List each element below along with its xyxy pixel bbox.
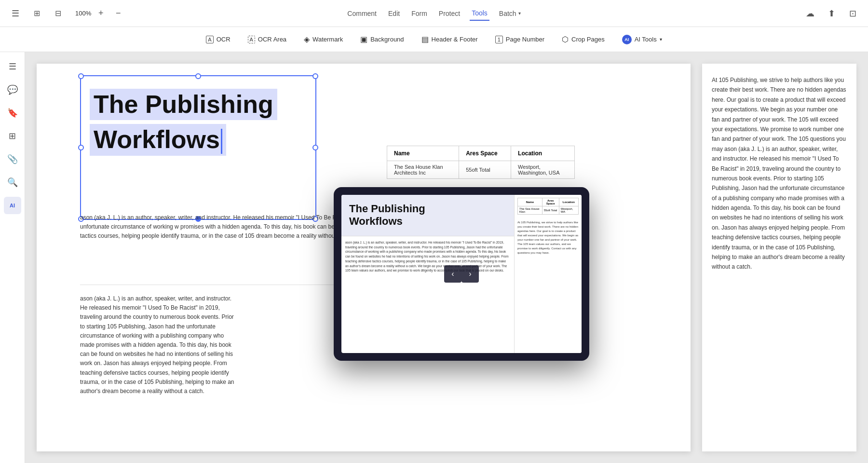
title-content: The Publishing Workflows — [90, 89, 307, 156]
toolbar-left-controls: ☰ ⊞ ⊟ 100% + − — [0, 6, 126, 21]
header-footer-label: Header & Footer — [432, 36, 478, 43]
zoom-out-button[interactable]: − — [110, 6, 126, 21]
title-line1: The Publishing — [90, 89, 277, 120]
ai-tools-icon: AI — [622, 35, 632, 44]
preview-right-text: At 105 Publishing, we strive to help aut… — [515, 218, 582, 258]
share-icon[interactable]: ⬆ — [824, 6, 839, 21]
panel-toggle-icon[interactable]: ☰ — [8, 6, 23, 21]
handle-top-center[interactable] — [195, 73, 201, 79]
table-cell-location: Westport,Washington, USA — [511, 161, 575, 179]
document-table: Name Ares Space Location The Sea House K… — [387, 146, 575, 179]
page-number-label: Page Number — [506, 36, 544, 43]
watermark-label: Watermark — [312, 36, 343, 43]
preview-table-header-loc: Location — [559, 198, 578, 206]
split-view-icon[interactable]: ⊟ — [50, 6, 66, 21]
table-header-ares: Ares Space — [459, 146, 511, 161]
ai-tools-label: AI Tools — [635, 36, 657, 43]
title-line2: Workflows — [90, 124, 226, 156]
handle-top-left[interactable] — [78, 73, 84, 79]
tools-toolbar: A OCR A OCR Area ◈ Watermark ▣ Backgroun… — [0, 27, 868, 52]
table-row: The Sea House KlanArchitects Inc 55oft T… — [387, 161, 575, 179]
table-header-location: Location — [511, 146, 575, 161]
ocr-area-label: OCR Area — [258, 36, 286, 43]
table-cell-ares: 55oft Total — [459, 161, 511, 179]
preview-cell-name: The Sea House Klan — [518, 206, 542, 215]
background-label: Background — [370, 36, 404, 43]
preview-next-button[interactable]: › — [461, 265, 479, 283]
preview-cell-ares: 55oft Total — [542, 206, 559, 215]
sidebar-bookmark-icon[interactable]: 🔖 — [4, 104, 21, 122]
handle-top-right[interactable] — [312, 73, 318, 79]
preview-table: Name Ares Space Location The Sea House K… — [515, 195, 582, 218]
nav-form[interactable]: Form — [409, 7, 429, 20]
grid-view-icon[interactable]: ⊞ — [29, 6, 44, 21]
preview-table-header-ares: Ares Space — [542, 198, 559, 206]
content-area: The Publishing Workflows Name Ares Space — [25, 52, 868, 463]
expand-icon[interactable]: ⊡ — [845, 6, 860, 21]
crop-pages-label: Crop Pages — [571, 36, 605, 43]
nav-tools[interactable]: Tools — [470, 6, 489, 21]
crop-pages-icon: ⬡ — [562, 35, 569, 44]
nav-protect[interactable]: Protect — [437, 7, 462, 20]
ocr-tool[interactable]: A OCR — [199, 33, 237, 46]
ocr-area-tool[interactable]: A OCR Area — [241, 33, 294, 46]
background-icon: ▣ — [360, 35, 367, 44]
sidebar-search-icon[interactable]: 🔍 — [4, 174, 21, 191]
page-number-tool[interactable]: 1 Page Number — [488, 33, 551, 46]
text-cursor — [221, 129, 222, 154]
sidebar-comment-icon[interactable]: 💬 — [4, 81, 21, 98]
ai-tools-tool[interactable]: AI AI Tools ▾ — [615, 32, 669, 47]
nav-comment[interactable]: Comment — [345, 7, 379, 20]
preview-body-section: ason (aka J. L.) is an author, speaker, … — [341, 236, 514, 277]
ocr-area-icon: A — [248, 36, 255, 43]
title-selection-box[interactable]: The Publishing Workflows — [80, 75, 316, 220]
zoom-controls: 100% + − — [71, 6, 126, 21]
document-body-text2: ason (aka J. L.) is an author, speaker, … — [80, 294, 239, 396]
main-layout: ☰ 💬 🔖 ⊞ 📎 🔍 AI — [0, 52, 868, 463]
sidebar-layers-icon[interactable]: ⊞ — [4, 127, 21, 145]
watermark-icon: ◈ — [304, 35, 310, 44]
sidebar-panel-icon[interactable]: ☰ — [4, 58, 21, 75]
ocr-icon: A — [206, 36, 213, 43]
ai-tools-chevron-icon: ▾ — [660, 37, 662, 42]
preview-prev-button[interactable]: ‹ — [444, 265, 461, 283]
preview-overlay: The Publishing Workflows Name Ares Space… — [334, 187, 589, 361]
top-toolbar: ☰ ⊞ ⊟ 100% + − Comment Edit Form Protect… — [0, 0, 868, 27]
preview-table-header-name: Name — [518, 198, 542, 206]
sidebar-attachment-icon[interactable]: 📎 — [4, 150, 21, 168]
preview-right-column: Name Ares Space Location The Sea House K… — [514, 195, 582, 353]
nav-batch[interactable]: Batch ▾ — [497, 7, 523, 20]
preview-table-row: The Sea House Klan 55oft Total Westport,… — [518, 206, 579, 215]
handle-mid-left[interactable] — [78, 145, 84, 150]
zoom-in-button[interactable]: + — [93, 6, 108, 21]
page-number-icon: 1 — [495, 36, 503, 43]
toolbar-right-controls: ☁ ⬆ ⊡ — [802, 6, 868, 21]
background-tool[interactable]: ▣ Background — [353, 32, 410, 47]
nav-edit[interactable]: Edit — [386, 7, 402, 20]
zoom-label: 100% — [75, 10, 91, 17]
handle-mid-right[interactable] — [312, 145, 318, 150]
watermark-tool[interactable]: ◈ Watermark — [297, 32, 350, 47]
left-sidebar: ☰ 💬 🔖 ⊞ 📎 🔍 AI — [0, 52, 25, 463]
crop-pages-tool[interactable]: ⬡ Crop Pages — [555, 32, 611, 47]
header-footer-tool[interactable]: ▤ Header & Footer — [415, 32, 485, 47]
preview-cell-loc: Westport, WA — [559, 206, 578, 215]
preview-body-text: ason (aka J. L.) is an author, speaker, … — [345, 240, 510, 273]
right-text-panel: At 105 Publishing, we strive to help aut… — [702, 64, 856, 451]
table-header-name: Name — [387, 146, 459, 161]
upload-cloud-icon[interactable]: ☁ — [802, 6, 818, 21]
table-cell-name: The Sea House KlanArchitects Inc — [387, 161, 459, 179]
batch-chevron-icon: ▾ — [518, 11, 521, 16]
preview-inner: The Publishing Workflows Name Ares Space… — [341, 195, 582, 353]
sidebar-ai-icon[interactable]: AI — [4, 197, 21, 214]
right-panel-text: At 105 Publishing, we strive to help aut… — [712, 75, 847, 272]
main-nav: Comment Edit Form Protect Tools Batch ▾ — [345, 6, 522, 21]
ocr-label: OCR — [217, 36, 231, 43]
preview-navigation: ‹ › — [444, 265, 479, 283]
header-footer-icon: ▤ — [421, 35, 429, 44]
